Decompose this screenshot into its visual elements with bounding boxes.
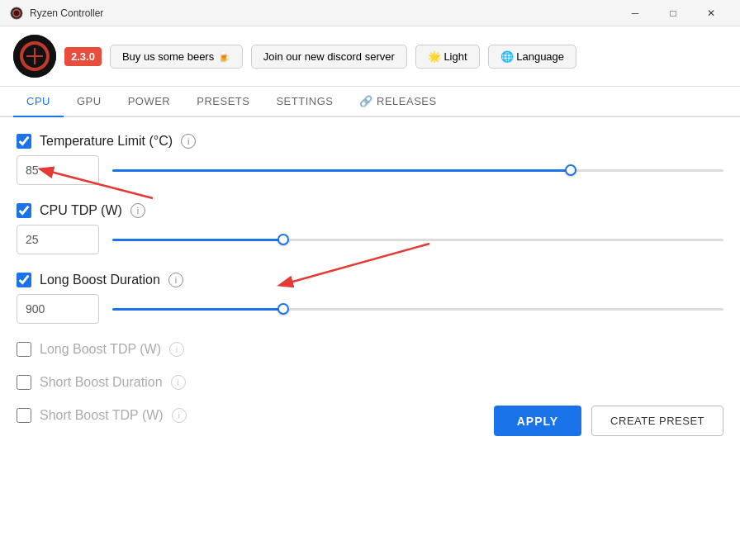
temp-limit-info-icon[interactable]: i bbox=[181, 134, 196, 149]
tab-cpu[interactable]: CPU bbox=[13, 87, 64, 117]
tab-settings[interactable]: SETTINGS bbox=[263, 87, 346, 117]
titlebar-left: Ryzen Controller bbox=[10, 7, 103, 20]
long-boost-tdp-label: Long Boost TDP (W) bbox=[40, 342, 161, 357]
short-boost-tdp-info-icon[interactable]: i bbox=[172, 408, 187, 423]
long-boost-duration-slider-container bbox=[112, 301, 723, 317]
temp-limit-input[interactable] bbox=[17, 155, 99, 185]
titlebar: Ryzen Controller ─ □ ✕ bbox=[0, 0, 740, 26]
cpu-tdp-checkbox[interactable] bbox=[17, 203, 31, 218]
temp-limit-header: Temperature Limit (°C) i bbox=[17, 134, 723, 149]
long-boost-duration-slider-track bbox=[112, 308, 723, 311]
cpu-tdp-slider-track bbox=[112, 239, 723, 241]
tab-releases[interactable]: 🔗 RELEASES bbox=[346, 87, 449, 117]
logo bbox=[13, 35, 56, 78]
light-button[interactable]: 🌟 Light bbox=[415, 45, 480, 69]
footer-buttons: APPLY CREATE PRESET bbox=[477, 392, 740, 449]
discord-button[interactable]: Join our new discord server bbox=[251, 45, 407, 69]
short-boost-duration-label: Short Boost Duration bbox=[40, 375, 163, 390]
beer-button[interactable]: Buy us some beers 🍺 bbox=[110, 45, 243, 69]
version-badge: 2.3.0 bbox=[64, 47, 102, 66]
short-boost-duration-info-icon[interactable]: i bbox=[171, 375, 186, 390]
short-boost-duration-header: Short Boost Duration i bbox=[17, 375, 723, 390]
cpu-tdp-slider-thumb[interactable] bbox=[278, 234, 289, 245]
header: 2.3.0 Buy us some beers 🍺 Join our new d… bbox=[0, 26, 740, 87]
long-boost-duration-info-icon[interactable]: i bbox=[168, 273, 183, 287]
long-boost-duration-slider-thumb[interactable] bbox=[278, 303, 289, 315]
long-boost-duration-body bbox=[17, 294, 723, 324]
short-boost-tdp-checkbox[interactable] bbox=[17, 408, 31, 423]
temp-limit-checkbox[interactable] bbox=[17, 134, 31, 149]
cpu-tdp-body bbox=[17, 225, 723, 254]
create-preset-button[interactable]: CREATE PRESET bbox=[591, 406, 723, 436]
close-button[interactable]: ✕ bbox=[692, 0, 730, 26]
minimize-button[interactable]: ─ bbox=[616, 0, 654, 26]
temp-limit-row: Temperature Limit (°C) i bbox=[17, 134, 723, 185]
nav-tabs: CPU GPU POWER PRESETS SETTINGS 🔗 RELEASE… bbox=[0, 87, 740, 117]
long-boost-duration-checkbox[interactable] bbox=[17, 273, 31, 287]
long-boost-tdp-row: Long Boost TDP (W) i bbox=[17, 342, 723, 357]
long-boost-duration-input[interactable] bbox=[17, 294, 99, 324]
temp-limit-label: Temperature Limit (°C) bbox=[40, 134, 173, 149]
language-button[interactable]: 🌐 Language bbox=[488, 45, 576, 69]
cpu-tdp-label: CPU TDP (W) bbox=[40, 203, 122, 218]
cpu-tdp-header: CPU TDP (W) i bbox=[17, 203, 723, 218]
long-boost-duration-row: Long Boost Duration i bbox=[17, 273, 723, 324]
app-icon bbox=[10, 7, 23, 20]
tab-power[interactable]: POWER bbox=[115, 87, 184, 117]
short-boost-tdp-label: Short Boost TDP (W) bbox=[40, 408, 164, 423]
temp-limit-slider-container bbox=[112, 162, 723, 178]
cpu-tdp-slider-container bbox=[112, 231, 723, 248]
cpu-tdp-row: CPU TDP (W) i bbox=[17, 203, 723, 254]
apply-button[interactable]: APPLY bbox=[494, 406, 581, 436]
long-boost-tdp-header: Long Boost TDP (W) i bbox=[17, 342, 723, 357]
short-boost-duration-checkbox[interactable] bbox=[17, 375, 31, 390]
maximize-button[interactable]: □ bbox=[654, 0, 692, 26]
long-boost-duration-header: Long Boost Duration i bbox=[17, 273, 723, 287]
temp-limit-body bbox=[17, 155, 723, 185]
window-controls: ─ □ ✕ bbox=[616, 0, 730, 26]
long-boost-tdp-info-icon[interactable]: i bbox=[169, 342, 184, 357]
long-boost-tdp-checkbox[interactable] bbox=[17, 342, 31, 357]
temp-limit-slider-track bbox=[112, 169, 723, 172]
tab-gpu[interactable]: GPU bbox=[64, 87, 115, 117]
short-boost-duration-row: Short Boost Duration i bbox=[17, 375, 723, 390]
temp-limit-slider-fill bbox=[112, 169, 571, 172]
long-boost-duration-slider-fill bbox=[112, 308, 283, 311]
app-title: Ryzen Controller bbox=[30, 7, 103, 19]
cpu-tdp-input[interactable] bbox=[17, 225, 99, 254]
tab-presets[interactable]: PRESETS bbox=[183, 87, 263, 117]
cpu-tdp-slider-fill bbox=[112, 239, 283, 241]
cpu-tdp-info-icon[interactable]: i bbox=[130, 203, 145, 218]
long-boost-duration-label: Long Boost Duration bbox=[40, 273, 160, 287]
temp-limit-slider-thumb[interactable] bbox=[565, 164, 576, 176]
